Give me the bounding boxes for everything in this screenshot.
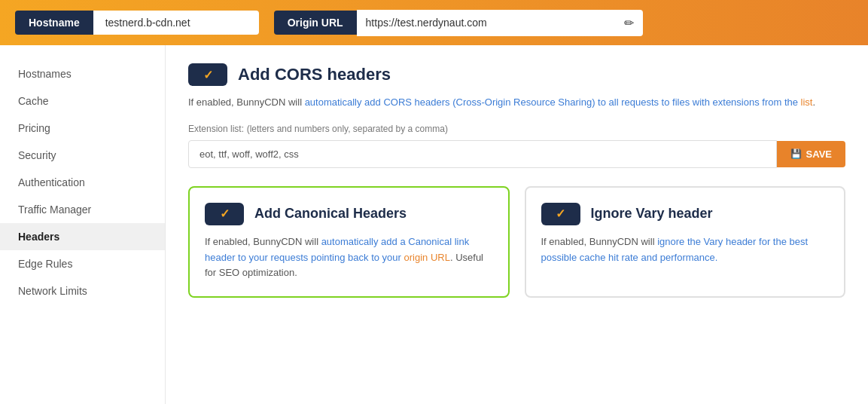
edit-icon[interactable]: ✏ (624, 16, 634, 30)
cards-row: ✓ Add Canonical Headers If enabled, Bunn… (188, 186, 845, 298)
sidebar-item-cache[interactable]: Cache (0, 87, 165, 115)
cors-check-icon: ✓ (203, 68, 213, 82)
save-icon: 💾 (790, 148, 802, 159)
vary-toggle[interactable]: ✓ (541, 203, 580, 225)
content-area: ✓ Add CORS headers If enabled, BunnyCDN … (166, 45, 868, 404)
sidebar-item-authentication[interactable]: Authentication (0, 169, 165, 196)
hostname-group: Hostname testnerd.b-cdn.net (15, 11, 259, 35)
origin-group: Origin URL https://test.nerdynaut.com ✏ (274, 10, 643, 36)
sidebar-item-hostnames[interactable]: Hostnames (0, 60, 165, 87)
cors-description: If enabled, BunnyCDN will automatically … (188, 95, 845, 111)
vary-check-icon: ✓ (556, 207, 565, 221)
main-layout: HostnamesCachePricingSecurityAuthenticat… (0, 45, 868, 404)
canonical-check-icon: ✓ (220, 207, 230, 221)
save-button[interactable]: 💾 SAVE (777, 141, 845, 167)
vary-card: ✓ Ignore Vary header If enabled, BunnyCD… (525, 186, 846, 298)
sidebar-item-network-limits[interactable]: Network Limits (0, 277, 165, 305)
sidebar-item-security[interactable]: Security (0, 142, 165, 169)
cors-title-row: ✓ Add CORS headers (188, 63, 845, 86)
origin-value: https://test.nerdynaut.com (366, 17, 487, 29)
hostname-label: Hostname (15, 11, 93, 35)
extension-input[interactable] (188, 140, 777, 168)
sidebar-item-traffic-manager[interactable]: Traffic Manager (0, 196, 165, 223)
sidebar-item-headers[interactable]: Headers (0, 223, 165, 250)
ext-input-row: 💾 SAVE (188, 140, 845, 168)
sidebar: HostnamesCachePricingSecurityAuthenticat… (0, 45, 166, 404)
canonical-toggle[interactable]: ✓ (205, 203, 244, 225)
sidebar-item-pricing[interactable]: Pricing (0, 115, 165, 142)
cors-title: Add CORS headers (238, 65, 391, 84)
vary-title: Ignore Vary header (591, 206, 713, 222)
save-label: SAVE (806, 148, 832, 160)
origin-label: Origin URL (274, 11, 357, 35)
vary-title-row: ✓ Ignore Vary header (541, 203, 830, 225)
vary-desc: If enabled, BunnyCDN will ignore the Var… (541, 234, 830, 266)
sidebar-item-edge-rules[interactable]: Edge Rules (0, 250, 165, 277)
canonical-card: ✓ Add Canonical Headers If enabled, Bunn… (188, 186, 510, 298)
hostname-value: testnerd.b-cdn.net (93, 11, 259, 35)
origin-value-container: https://test.nerdynaut.com ✏ (357, 10, 643, 36)
top-bar: Hostname testnerd.b-cdn.net Origin URL h… (0, 0, 868, 45)
canonical-title-row: ✓ Add Canonical Headers (205, 203, 493, 225)
canonical-desc: If enabled, BunnyCDN will automatically … (205, 234, 493, 281)
cors-toggle[interactable]: ✓ (188, 63, 227, 86)
canonical-title: Add Canonical Headers (254, 206, 407, 222)
ext-label: Extension list: (letters and numbers onl… (188, 123, 845, 134)
